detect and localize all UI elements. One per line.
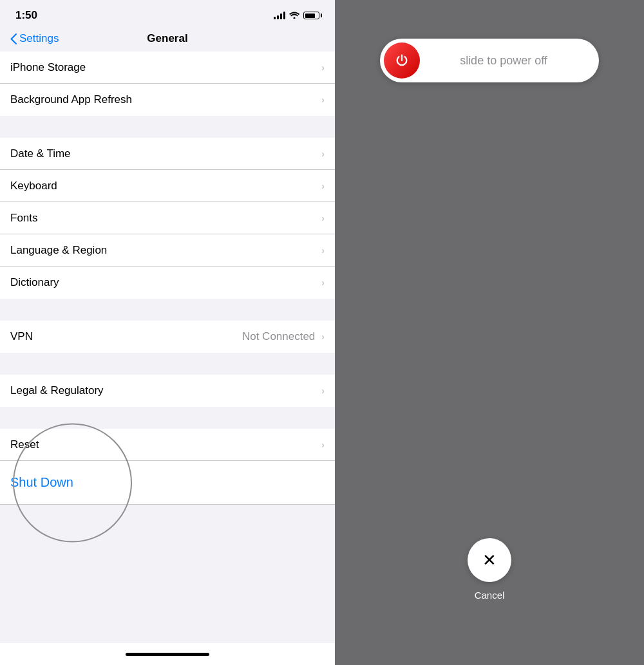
dictionary-label: Dictionary (10, 276, 59, 289)
fonts-item[interactable]: Fonts › (0, 202, 335, 234)
back-label: Settings (19, 32, 59, 45)
power-slider-container[interactable]: slide to power off (380, 39, 599, 82)
page-title: General (147, 32, 187, 45)
settings-panel: 1:50 Settings General (0, 0, 335, 665)
power-button[interactable] (384, 42, 420, 79)
section-gap-3 (0, 353, 335, 375)
power-off-panel: slide to power off ✕ Cancel (335, 0, 644, 665)
background-app-refresh-label: Background App Refresh (10, 93, 132, 106)
vpn-label: VPN (10, 330, 33, 343)
legal-item[interactable]: Legal & Regulatory › (0, 375, 335, 407)
status-time: 1:50 (15, 9, 37, 22)
keyboard-label: Keyboard (10, 180, 57, 192)
wifi-icon (289, 11, 299, 21)
section-gap-1 (0, 116, 335, 138)
section-bg-refresh: Background App Refresh › (0, 84, 335, 116)
dictionary-item[interactable]: Dictionary › (0, 267, 335, 299)
cancel-label: Cancel (475, 590, 505, 601)
status-icons (274, 11, 319, 21)
date-time-label: Date & Time (10, 147, 71, 160)
reset-label: Reset (10, 438, 39, 451)
status-bar: 1:50 (0, 0, 335, 27)
reset-chevron: › (321, 440, 325, 450)
shut-down-item[interactable]: Shut Down (0, 461, 335, 505)
language-region-label: Language & Region (10, 244, 107, 257)
battery-icon (303, 12, 319, 19)
dictionary-chevron: › (321, 277, 325, 288)
legal-label: Legal & Regulatory (10, 384, 104, 397)
back-button[interactable]: Settings (10, 32, 59, 45)
section-language: Date & Time › Keyboard › Fonts › (0, 138, 335, 299)
cancel-x-icon: ✕ (482, 552, 497, 568)
background-app-refresh-item[interactable]: Background App Refresh › (0, 84, 335, 116)
section-gap-4 (0, 407, 335, 429)
keyboard-item[interactable]: Keyboard › (0, 170, 335, 202)
iphone-storage-chevron: › (321, 62, 325, 73)
keyboard-chevron: › (321, 181, 325, 191)
date-time-item[interactable]: Date & Time › (0, 138, 335, 170)
nav-bar: Settings General (0, 27, 335, 52)
date-time-chevron: › (321, 149, 325, 159)
slide-text: slide to power off (420, 54, 595, 68)
shut-down-container: Shut Down (0, 461, 335, 505)
vpn-item[interactable]: VPN Not Connected › (0, 321, 335, 353)
fonts-chevron: › (321, 213, 325, 223)
iphone-storage-label: iPhone Storage (10, 61, 86, 74)
settings-list: iPhone Storage › Background App Refresh … (0, 52, 335, 643)
vpn-value: Not Connected (242, 330, 315, 343)
shut-down-label: Shut Down (10, 475, 73, 490)
legal-chevron: › (321, 386, 325, 396)
vpn-chevron: › (321, 332, 325, 342)
iphone-storage-item[interactable]: iPhone Storage › (0, 52, 335, 84)
language-region-item[interactable]: Language & Region › (0, 234, 335, 267)
section-legal: Legal & Regulatory › (0, 375, 335, 407)
power-slider[interactable]: slide to power off (380, 39, 599, 82)
signal-icon (274, 12, 285, 19)
home-indicator (0, 643, 335, 665)
section-reset: Reset › (0, 429, 335, 461)
power-icon (395, 53, 409, 68)
background-app-refresh-chevron: › (321, 95, 325, 105)
home-bar (126, 653, 209, 656)
reset-item[interactable]: Reset › (0, 429, 335, 461)
fonts-label: Fonts (10, 212, 38, 225)
section-storage: iPhone Storage › (0, 52, 335, 84)
cancel-button[interactable]: ✕ (468, 538, 511, 582)
section-gap-2 (0, 299, 335, 321)
cancel-container: ✕ Cancel (468, 538, 511, 601)
language-region-chevron: › (321, 245, 325, 256)
section-vpn: VPN Not Connected › (0, 321, 335, 353)
